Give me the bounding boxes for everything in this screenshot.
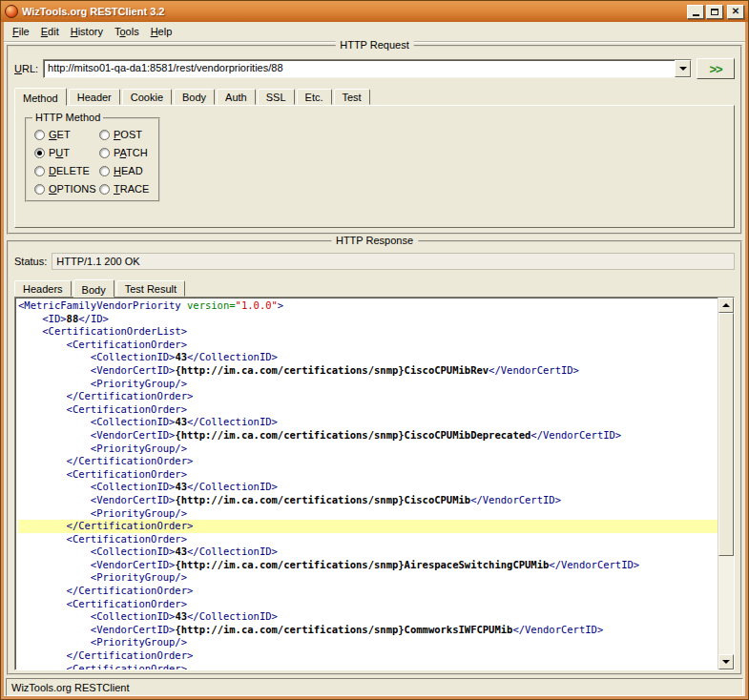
http-request-panel: HTTP Request URL: http://mitso01-qa-da1:… <box>7 45 742 235</box>
code-line[interactable]: <CollectionID>43</CollectionID> <box>18 416 718 429</box>
xml-code[interactable]: <MetricFamilyVendorPriority version="1.0… <box>15 298 718 669</box>
status-bar-text: WizTools.org RESTClient <box>11 682 129 693</box>
code-line[interactable]: </CertificationOrder> <box>18 520 718 533</box>
minimize-icon <box>693 14 699 16</box>
code-line[interactable]: <PriorityGroup/> <box>18 571 718 585</box>
window-controls: ✕ <box>687 5 744 19</box>
code-line[interactable]: <CertificationOrderList> <box>18 325 718 339</box>
code-line[interactable]: <MetricFamilyVendorPriority version="1.0… <box>18 299 718 313</box>
radio-options-circle <box>34 184 45 195</box>
code-line[interactable]: <VendorCertID>{http://im.ca.com/certific… <box>18 494 718 507</box>
menu-tools[interactable]: Tools <box>109 24 145 39</box>
radio-get-label: GET <box>49 129 71 140</box>
tab-body[interactable]: Body <box>174 89 215 105</box>
url-row: URL: http://mitso01-qa-da1:8581/rest/ven… <box>14 58 735 79</box>
radio-options-label: OPTIONS <box>49 183 96 195</box>
tab-auth[interactable]: Auth <box>217 89 256 105</box>
status-bar: WizTools.org RESTClient <box>6 678 743 696</box>
radio-trace-label: TRACE <box>114 183 149 195</box>
tab-cookie[interactable]: Cookie <box>122 89 172 105</box>
radio-put-circle <box>34 148 45 158</box>
code-line[interactable]: <PriorityGroup/> <box>18 507 718 521</box>
tab-test-result[interactable]: Test Result <box>116 280 185 297</box>
close-icon: ✕ <box>732 7 739 16</box>
request-tab-content: HTTP Method GET POST PUT <box>14 105 735 228</box>
code-line[interactable]: <PriorityGroup/> <box>18 378 718 391</box>
code-line[interactable]: <CertificationOrder> <box>18 533 718 546</box>
radio-delete[interactable]: DELETE <box>34 165 95 176</box>
minimize-button[interactable] <box>687 5 704 19</box>
url-combobox[interactable]: http://mitso01-qa-da1:8581/rest/vendorpr… <box>43 59 692 78</box>
menu-help[interactable]: Help <box>145 24 178 39</box>
radio-delete-label: DELETE <box>49 165 90 176</box>
code-line[interactable]: <CollectionID>43</CollectionID> <box>18 546 718 559</box>
window-title: WizTools.org RESTClient 3.2 <box>22 6 683 17</box>
radio-head-label: HEAD <box>114 165 143 176</box>
tab-headers[interactable]: Headers <box>14 280 72 297</box>
code-line[interactable]: <CertificationOrder> <box>18 339 718 352</box>
code-line[interactable]: <CollectionID>43</CollectionID> <box>18 481 718 494</box>
http-response-panel: HTTP Response Status: HTTP/1.1 200 OK He… <box>7 240 742 675</box>
response-status-value: HTTP/1.1 200 OK <box>52 253 735 270</box>
tab-header[interactable]: Header <box>69 89 120 105</box>
code-line[interactable]: </CertificationOrder> <box>18 585 718 598</box>
code-line[interactable]: <PriorityGroup/> <box>18 443 718 456</box>
code-line[interactable]: </CertificationOrder> <box>18 649 718 663</box>
code-line[interactable]: </CertificationOrder> <box>18 455 718 468</box>
tab-method[interactable]: Method <box>14 88 67 106</box>
code-line[interactable]: <VendorCertID>{http://im.ca.com/certific… <box>18 364 718 378</box>
code-line[interactable]: <PriorityGroup/> <box>18 636 718 649</box>
request-tabs: Method Header Cookie Body Auth SSL Etc. … <box>12 88 737 105</box>
menu-edit[interactable]: Edit <box>35 24 65 39</box>
menu-file[interactable]: File <box>7 24 35 39</box>
radio-trace-circle <box>99 184 110 195</box>
code-line[interactable]: </CertificationOrder> <box>18 390 718 403</box>
code-line[interactable]: <VendorCertID>{http://im.ca.com/certific… <box>18 624 718 637</box>
radio-post-label: POST <box>114 129 142 140</box>
url-dropdown-button[interactable] <box>675 60 691 77</box>
code-line[interactable]: <CollectionID>43</CollectionID> <box>18 610 718 624</box>
method-radio-grid: GET POST PUT PATCH <box>34 129 149 195</box>
chevron-down-icon <box>679 67 687 71</box>
radio-trace[interactable]: TRACE <box>99 183 149 195</box>
menu-history[interactable]: History <box>65 24 109 39</box>
response-tabs: Headers Body Test Result <box>12 279 737 297</box>
code-line[interactable]: <VendorCertID>{http://im.ca.com/certific… <box>18 559 718 572</box>
code-line[interactable]: <CertificationOrder> <box>18 468 718 482</box>
radio-patch[interactable]: PATCH <box>99 147 149 158</box>
response-body-pane: <MetricFamilyVendorPriority version="1.0… <box>14 297 735 670</box>
code-line[interactable]: <CertificationOrder> <box>18 403 718 417</box>
close-button[interactable]: ✕ <box>727 5 744 19</box>
radio-get[interactable]: GET <box>34 129 95 140</box>
code-line[interactable]: <CollectionID>43</CollectionID> <box>18 351 718 364</box>
scroll-up-button[interactable] <box>718 298 734 313</box>
tab-etc[interactable]: Etc. <box>297 89 332 105</box>
url-input[interactable]: http://mitso01-qa-da1:8581/rest/vendorpr… <box>44 60 675 77</box>
arrow-up-icon <box>722 303 730 307</box>
radio-options[interactable]: OPTIONS <box>34 183 95 195</box>
title-bar[interactable]: WizTools.org RESTClient 3.2 ✕ <box>1 1 748 22</box>
send-request-button[interactable]: >> <box>697 58 735 79</box>
radio-post[interactable]: POST <box>99 129 149 140</box>
scrollbar-thumb[interactable] <box>718 313 734 556</box>
radio-head[interactable]: HEAD <box>99 165 149 176</box>
maximize-button[interactable] <box>706 5 723 19</box>
vertical-scrollbar[interactable] <box>718 298 734 669</box>
code-line[interactable]: <ID>88</ID> <box>18 313 718 326</box>
scrollbar-track[interactable] <box>718 313 734 654</box>
code-line[interactable]: <VendorCertID>{http://im.ca.com/certific… <box>18 429 718 443</box>
app-window: WizTools.org RESTClient 3.2 ✕ File Edit … <box>0 0 749 700</box>
request-panel-title: HTTP Request <box>335 39 414 51</box>
app-icon[interactable] <box>5 5 18 18</box>
radio-delete-circle <box>34 166 45 176</box>
tab-ssl[interactable]: SSL <box>258 89 295 105</box>
response-panel-title: HTTP Response <box>331 235 418 246</box>
radio-put[interactable]: PUT <box>34 147 95 158</box>
response-status-row: Status: HTTP/1.1 200 OK <box>14 252 735 271</box>
code-line[interactable]: <CertificationOrder> <box>18 598 718 611</box>
code-line[interactable]: <CertificationOrder> <box>18 663 718 669</box>
radio-head-circle <box>99 166 110 176</box>
tab-response-body[interactable]: Body <box>73 279 114 298</box>
tab-test[interactable]: Test <box>334 89 370 105</box>
scroll-down-button[interactable] <box>718 654 734 669</box>
